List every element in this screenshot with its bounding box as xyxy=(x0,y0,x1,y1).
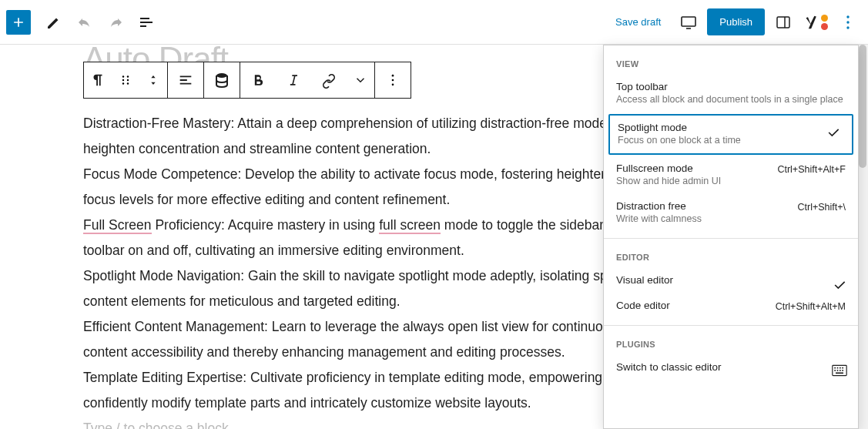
seo-status-dot-red xyxy=(821,23,828,30)
menu-item-spotlight-mode[interactable]: Spotlight mode Focus on one block at a t… xyxy=(608,114,853,155)
menu-item-subtitle: Focus on one block at a time xyxy=(618,135,844,146)
menu-item-shortcut: Ctrl+Shift+Alt+F xyxy=(777,164,846,175)
toolbar-right-group: Save draft Publish xyxy=(606,8,862,36)
svg-point-13 xyxy=(392,75,394,77)
options-dropdown: VIEW Top toolbar Access all block and do… xyxy=(603,45,859,429)
drag-icon xyxy=(119,73,132,87)
svg-point-7 xyxy=(127,75,129,77)
yoast-icon xyxy=(804,15,819,30)
tools-button[interactable] xyxy=(40,8,68,36)
editor-top-toolbar: Save draft Publish xyxy=(0,0,868,45)
svg-rect-22 xyxy=(837,370,839,371)
menu-item-visual-editor[interactable]: Visual editor xyxy=(604,268,858,293)
svg-rect-23 xyxy=(840,370,841,371)
undo-icon xyxy=(75,13,94,32)
kebab-icon xyxy=(385,72,400,88)
align-left-icon xyxy=(177,72,194,89)
scrollbar-thumb[interactable] xyxy=(859,45,866,168)
svg-rect-17 xyxy=(834,367,836,369)
svg-point-10 xyxy=(122,82,124,84)
bold-icon xyxy=(250,72,266,88)
paragraph-block[interactable]: Template Editing Expertise: Cultivate pr… xyxy=(83,365,653,416)
menu-item-top-toolbar[interactable]: Top toolbar Access all block and documen… xyxy=(604,75,858,112)
options-menu-button[interactable] xyxy=(834,8,862,36)
vertical-scrollbar[interactable] xyxy=(857,45,868,429)
link-icon xyxy=(320,72,337,89)
ai-assist-button[interactable] xyxy=(204,62,240,98)
dropdown-section-plugins: PLUGINS xyxy=(604,326,858,355)
publish-button[interactable]: Publish xyxy=(707,8,765,35)
document-overview-button[interactable] xyxy=(132,8,160,36)
svg-point-14 xyxy=(392,79,394,82)
dropdown-section-editor: EDITOR xyxy=(604,239,858,268)
menu-item-shortcut: Ctrl+Shift+\ xyxy=(797,202,846,213)
menu-item-code-editor[interactable]: Code editor Ctrl+Shift+Alt+M xyxy=(604,293,858,319)
check-icon xyxy=(826,125,841,140)
desktop-preview-icon xyxy=(679,13,698,32)
paragraph-block[interactable]: Distraction-Free Mastery: Attain a deep … xyxy=(83,111,653,162)
plus-icon xyxy=(11,15,26,30)
svg-point-11 xyxy=(127,82,129,84)
paragraph-block[interactable]: Spotlight Mode Navigation: Gain the skil… xyxy=(83,263,653,314)
svg-rect-25 xyxy=(836,373,843,374)
svg-rect-20 xyxy=(842,367,843,369)
menu-item-subtitle: Access all block and document tools in a… xyxy=(616,94,846,105)
chevron-down-icon xyxy=(354,73,367,87)
sidebar-icon xyxy=(774,13,793,32)
block-type-button[interactable] xyxy=(84,62,112,98)
paragraph-block[interactable]: Efficient Content Management: Learn to l… xyxy=(83,314,653,365)
list-view-icon xyxy=(137,13,156,32)
menu-item-distraction-free[interactable]: Distraction free Write with calmness Ctr… xyxy=(604,194,858,232)
yoast-seo-button[interactable] xyxy=(802,8,829,36)
pencil-icon xyxy=(45,13,63,32)
menu-item-subtitle: Show and hide admin UI xyxy=(616,176,846,186)
more-rich-text-button[interactable] xyxy=(347,62,374,98)
svg-point-15 xyxy=(392,84,394,86)
add-block-button[interactable] xyxy=(6,10,31,35)
svg-rect-21 xyxy=(834,370,836,371)
empty-block-placeholder[interactable]: Type / to choose a block xyxy=(83,416,653,429)
redo-icon xyxy=(106,13,125,32)
mover-arrows-icon xyxy=(147,72,159,89)
svg-point-8 xyxy=(122,79,124,81)
bold-button[interactable] xyxy=(240,62,276,98)
menu-item-shortcut: Ctrl+Shift+Alt+M xyxy=(776,301,846,312)
svg-point-12 xyxy=(216,73,227,78)
svg-point-4 xyxy=(846,21,849,23)
post-content[interactable]: Distraction-Free Mastery: Attain a deep … xyxy=(83,111,653,429)
paragraph-block[interactable]: Full Screen Proficiency: Acquire mastery… xyxy=(83,213,653,263)
kebab-icon xyxy=(839,13,857,32)
preview-button[interactable] xyxy=(675,8,702,36)
dropdown-section-view: VIEW xyxy=(604,45,858,75)
block-options-button[interactable] xyxy=(375,62,411,98)
italic-icon xyxy=(286,72,301,88)
drag-handle[interactable] xyxy=(112,62,139,98)
menu-item-classic-editor[interactable]: Switch to classic editor xyxy=(604,355,858,380)
align-button[interactable] xyxy=(168,62,203,98)
paragraph-icon xyxy=(89,72,106,89)
menu-item-title: Visual editor xyxy=(616,274,846,286)
svg-rect-1 xyxy=(777,17,789,28)
svg-point-9 xyxy=(127,79,129,81)
menu-item-title: Spotlight mode xyxy=(618,122,844,133)
svg-rect-19 xyxy=(840,367,841,369)
svg-point-6 xyxy=(122,75,124,77)
svg-rect-24 xyxy=(842,370,843,371)
menu-item-subtitle: Write with calmness xyxy=(616,213,846,224)
menu-item-title: Top toolbar xyxy=(616,81,846,92)
toolbar-left-group xyxy=(6,8,160,36)
menu-item-fullscreen-mode[interactable]: Fullscreen mode Show and hide admin UI C… xyxy=(604,156,858,194)
redo-button[interactable] xyxy=(102,8,129,36)
menu-item-title: Switch to classic editor xyxy=(616,361,846,373)
settings-sidebar-toggle[interactable] xyxy=(769,8,797,36)
save-draft-button[interactable]: Save draft xyxy=(606,10,670,34)
paragraph-block[interactable]: Focus Mode Competence: Develop the abili… xyxy=(83,162,653,213)
undo-button[interactable] xyxy=(71,8,99,36)
keyboard-icon xyxy=(832,364,847,377)
italic-button[interactable] xyxy=(276,62,311,98)
link-button[interactable] xyxy=(311,62,347,98)
block-mover[interactable] xyxy=(139,62,167,98)
svg-point-3 xyxy=(846,15,849,18)
seo-status-dot-orange xyxy=(821,15,828,22)
block-toolbar xyxy=(83,62,411,99)
